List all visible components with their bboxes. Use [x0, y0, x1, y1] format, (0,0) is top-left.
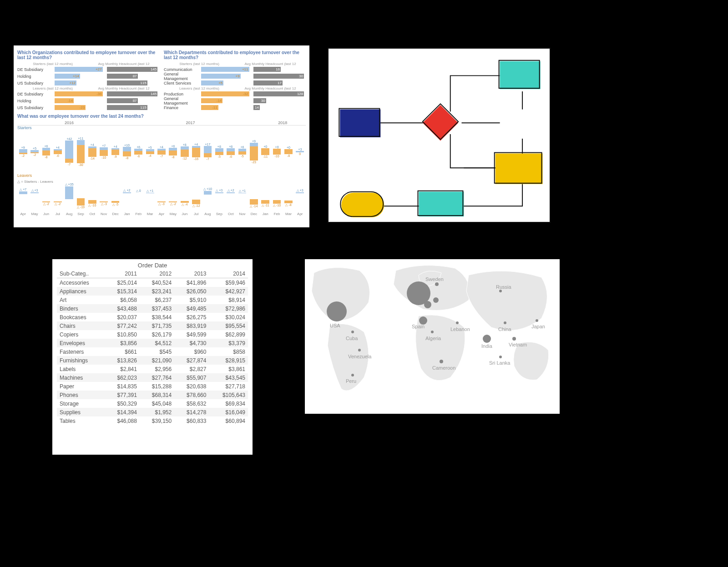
- cell: $95,554: [209, 321, 248, 330]
- cell: $16,049: [209, 408, 248, 416]
- cell: $13,826: [105, 356, 140, 365]
- cell: $83,919: [174, 321, 209, 330]
- map-bubble-russia: [499, 290, 502, 292]
- delta-bar: △ -3: [98, 189, 110, 206]
- map-label-china: China: [498, 326, 512, 332]
- headcount-bar: 145: [107, 91, 157, 96]
- map-bubble-china: [504, 321, 506, 324]
- delta-bar: △ +3: [29, 189, 40, 206]
- month-bar: +0-11: [260, 145, 271, 158]
- month-tick: Mar: [283, 212, 294, 216]
- table-row: Fasteners$661$545$960$858: [57, 347, 248, 356]
- cell: $1,952: [140, 408, 174, 416]
- month-tick: Apr: [156, 212, 167, 216]
- map-bubble-venezuela: [358, 349, 361, 351]
- headcount-bar: 17: [253, 80, 283, 85]
- map-label-cameroon: Cameroon: [432, 365, 455, 371]
- cell: $26,050: [174, 287, 209, 296]
- cell: Envelopes: [57, 339, 105, 347]
- map-bubble-algeria: [431, 331, 434, 333]
- cell: $15,314: [105, 287, 140, 296]
- cell: Chairs: [57, 321, 105, 330]
- cell: $25,014: [105, 278, 140, 287]
- bar-row: General Management+930: [164, 73, 306, 80]
- map-label-peru: Peru: [346, 378, 356, 384]
- month-tick: Apr: [17, 212, 29, 216]
- headcount-bar: 128: [253, 91, 304, 96]
- order-date-table: Order Date Sub-Categ..2011201220132014 A…: [52, 259, 253, 455]
- delta-bar: △ -2: [167, 189, 179, 206]
- bar-row: Holding-1487: [17, 97, 159, 104]
- cell: $77,242: [105, 321, 140, 330]
- org-question: Which Organizations contributed to emplo…: [17, 50, 159, 60]
- value-bar: +5: [201, 80, 223, 85]
- month-tick: Jan: [260, 212, 271, 216]
- month-tick: May: [167, 212, 179, 216]
- month-tick: Nov: [98, 212, 110, 216]
- month-tick: Apr: [294, 212, 306, 216]
- table-row: Storage$50,329$45,048$58,632$69,834: [57, 399, 248, 408]
- table-row: Phones$77,391$68,314$78,660$105,643: [57, 391, 248, 399]
- month-bar: +11-30: [75, 137, 86, 166]
- table-title: Order Date: [57, 262, 248, 270]
- month-bar: +10-8: [121, 144, 132, 159]
- d-sub-leavers: Leavers (last 12 months): [164, 86, 235, 90]
- flow-node-start: [339, 109, 380, 137]
- delta-bar: △ +2: [121, 189, 132, 206]
- delta-bar: △ -2: [40, 189, 52, 206]
- cell: $62,899: [209, 330, 248, 339]
- leavers-label: Leavers: [17, 173, 306, 178]
- bar-label: Holding: [17, 99, 55, 103]
- cell: $26,275: [174, 313, 209, 321]
- map-label-algeria: Algeria: [425, 336, 441, 341]
- bar-label: DE Subsidiary: [17, 67, 55, 72]
- delta-bar: △ +3: [213, 189, 225, 206]
- map-bubble-france: [424, 301, 431, 308]
- delta-bar: △ -12: [190, 187, 202, 208]
- headcount-bar: 145: [107, 67, 157, 72]
- month-tick: Jul: [52, 212, 63, 216]
- value-bar: +27: [55, 67, 103, 72]
- col-header: Sub-Categ..: [57, 270, 105, 278]
- svg-rect-8: [419, 192, 464, 216]
- month-bar: +17-7: [202, 143, 213, 161]
- month-tick: Sep: [75, 212, 86, 216]
- table-row: Appliances$15,314$23,241$26,050$42,927: [57, 287, 248, 296]
- bar-row: Holding+1487: [17, 73, 159, 80]
- bar-row: General Management-1430: [164, 97, 306, 104]
- cell: Appliances: [57, 287, 105, 296]
- value-bar: -14: [55, 98, 74, 103]
- month-tick: Sep: [213, 212, 225, 216]
- cell: $960: [174, 347, 209, 356]
- cell: $3,861: [209, 365, 248, 373]
- cell: $49,599: [174, 330, 209, 339]
- month-bar: +8-12: [179, 143, 190, 161]
- bar-label: Finance: [164, 105, 201, 110]
- month-bar: +4-14: [86, 143, 98, 160]
- table-row: Copiers$10,850$26,179$49,599$62,899: [57, 330, 248, 339]
- month-bar: +4-7: [156, 146, 167, 158]
- value-bar: -23: [55, 105, 86, 110]
- bar-label: Holding: [17, 74, 55, 79]
- cell: $3,379: [209, 339, 248, 347]
- delta-bar: △ +1: [144, 189, 156, 206]
- cell: $43,488: [105, 304, 140, 313]
- starters-label: Starters: [17, 125, 306, 130]
- cell: $45,048: [140, 399, 174, 408]
- delta-bar: △ +10: [202, 187, 213, 207]
- delta-bar: △ -11: [260, 187, 271, 208]
- delta-bar: △ -10: [86, 187, 98, 207]
- month-bar: +8-5: [213, 145, 225, 158]
- month-tick: Oct: [225, 212, 236, 216]
- cell: $50,329: [105, 399, 140, 408]
- cell: Machines: [57, 373, 105, 382]
- cell: $27,764: [140, 373, 174, 382]
- value-bar: +12: [55, 80, 76, 85]
- flow-node-a: [499, 60, 541, 89]
- cell: Paper: [57, 382, 105, 391]
- cell: $21,090: [140, 356, 174, 365]
- col-header: 2014: [209, 270, 248, 278]
- cell: $77,391: [105, 391, 140, 399]
- delta-bar: △ -19: [75, 186, 86, 209]
- cell: $30,024: [209, 313, 248, 321]
